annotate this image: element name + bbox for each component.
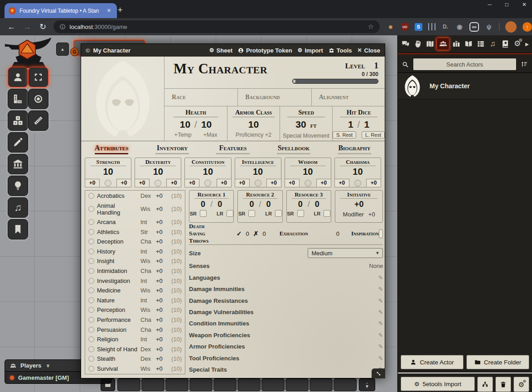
tuning-fork-extension[interactable]: ψ [485, 23, 493, 31]
level-value[interactable]: 1 [374, 61, 379, 71]
ability-score[interactable]: 10 [85, 166, 131, 177]
ability-score[interactable]: 10 [285, 166, 331, 177]
sidebar-tab-chat[interactable] [399, 35, 411, 53]
ability-check-mod[interactable]: +0 [316, 179, 331, 187]
macro-slot[interactable] [117, 378, 140, 391]
Athletics[interactable]: Athletics Str +0 (10) [88, 229, 182, 235]
resource-label[interactable]: Resource 1 [194, 191, 228, 199]
create-actor-button[interactable]: Create Actor [401, 355, 464, 369]
ability-save-mod[interactable]: +0 [184, 179, 199, 187]
Medicine[interactable]: Medicine Wis +0 (10) [88, 287, 182, 294]
ability-check-mod[interactable]: +0 [217, 179, 232, 187]
skill-proficiency-radio[interactable] [88, 206, 94, 212]
sidebar-tab-items[interactable] [450, 35, 462, 53]
skill-proficiency-radio[interactable] [88, 327, 94, 333]
macro-slot[interactable] [334, 378, 357, 391]
detail-field[interactable]: Alignment [312, 89, 385, 106]
edit-icon[interactable]: ✎ [378, 274, 383, 281]
window-close-button[interactable]: ✕ [522, 1, 527, 8]
hp-current[interactable]: 10 [180, 120, 190, 129]
macro-slot[interactable] [141, 378, 164, 391]
profile-avatar[interactable] [505, 21, 517, 33]
sr-checkbox[interactable] [297, 210, 304, 217]
5etools-import-button[interactable]: ⚙ 5etools Import [401, 377, 475, 391]
skill-proficiency-radio[interactable] [88, 268, 94, 274]
skill-proficiency-radio[interactable] [88, 219, 94, 225]
sidebar-tab-playlists[interactable]: ♫ [487, 35, 499, 53]
macro-slot[interactable] [237, 378, 261, 391]
edit-icon[interactable]: ✎ [378, 297, 383, 304]
temp-hp-field[interactable]: +Temp [174, 132, 192, 138]
sidebar-tab-compendium[interactable] [499, 35, 511, 53]
window-minimize-button[interactable]: ─ [488, 1, 492, 8]
skill-proficiency-radio[interactable] [88, 336, 94, 342]
delete-button[interactable] [495, 377, 511, 392]
edit-icon[interactable]: ✎ [378, 355, 383, 362]
sidebar-tab-journal[interactable] [462, 35, 474, 53]
proficiency-radio[interactable] [255, 180, 261, 186]
ability-score[interactable]: 10 [235, 166, 281, 177]
sort-icon[interactable] [521, 61, 528, 68]
character-name[interactable]: My Character [174, 61, 292, 77]
Deception[interactable]: Deception Cha +0 (10) [88, 238, 182, 245]
lens-extension[interactable]: ◉ [455, 23, 464, 31]
address-bar[interactable]: localhost:30000/game ☆ [53, 20, 380, 33]
Investigation[interactable]: Investigation Int +0 (10) [88, 277, 182, 284]
tab-spellbook[interactable]: Spellbook [263, 144, 324, 154]
sidebar-tab-settings[interactable]: ⚙⚙ [511, 35, 523, 53]
Insight[interactable]: Insight Wis +0 (10) [88, 258, 182, 264]
extensions-divider[interactable] [499, 23, 499, 31]
size-select[interactable]: Medium▼ [308, 248, 383, 258]
skill-proficiency-radio[interactable] [88, 356, 94, 362]
actor-avatar[interactable] [401, 75, 424, 97]
edit-icon[interactable]: ✎ [378, 309, 383, 316]
Survival[interactable]: Survival Wis +0 (10) [88, 365, 182, 372]
ability-check-mod[interactable]: +0 [266, 179, 281, 187]
Performance[interactable]: Performance Cha +0 (10) [88, 316, 182, 323]
lr-checkbox[interactable] [275, 210, 282, 217]
skill-proficiency-radio[interactable] [88, 287, 94, 293]
ability-save-mod[interactable]: +0 [135, 179, 150, 187]
ability-score[interactable]: 10 [135, 166, 181, 177]
drawing-controls-button[interactable] [8, 132, 28, 153]
lr-checkbox[interactable] [324, 210, 330, 217]
browser-tab[interactable]: Foundry Virtual Tabletop • A Stan ✕ [5, 3, 117, 18]
ability-save-mod[interactable]: +0 [235, 179, 250, 187]
darkreader-extension[interactable]: D. [441, 23, 450, 31]
tab-inventory[interactable]: Inventory [142, 144, 203, 154]
temp-max-field[interactable]: +Max [203, 132, 217, 138]
bookmark-star-icon[interactable]: ☆ [368, 23, 374, 31]
macro-slot[interactable] [213, 378, 237, 391]
special-movement-link[interactable]: Special Movement [283, 133, 329, 139]
folder-tree-button[interactable] [477, 377, 493, 392]
proficiency-radio[interactable] [155, 180, 161, 186]
token-controls-button[interactable] [8, 67, 28, 87]
Animal Handling[interactable]: Animal Handling Wis +0 (10) [88, 202, 182, 216]
update-chrome-button[interactable]: ↑ [522, 22, 532, 32]
character-portrait[interactable] [81, 57, 164, 141]
skill-proficiency-radio[interactable] [88, 297, 94, 303]
edit-icon[interactable]: ✎ [378, 286, 383, 292]
sliders-extension[interactable] [428, 23, 435, 30]
ability-save-mod[interactable]: +0 [285, 179, 300, 187]
skill-proficiency-radio[interactable] [88, 317, 94, 323]
initiative-value[interactable]: +0 [354, 199, 364, 210]
measure-controls-button[interactable] [8, 89, 28, 109]
window-resize-handle[interactable] [372, 368, 385, 378]
reload-button[interactable]: ↻ [39, 22, 48, 32]
ability-check-mod[interactable]: +0 [116, 179, 131, 187]
edit-icon[interactable]: ✎ [378, 343, 383, 350]
tile-controls-button[interactable] [8, 110, 28, 131]
site-info-icon[interactable] [59, 24, 66, 30]
note-controls-button[interactable] [8, 219, 28, 239]
resource-label[interactable]: Resource 2 [243, 191, 277, 199]
History[interactable]: History Int +0 (10) [88, 248, 182, 255]
ability-score[interactable]: 10 [335, 166, 381, 177]
speed-value[interactable]: 30 [295, 120, 306, 129]
detail-field[interactable]: Background [238, 89, 311, 106]
macro-slot[interactable] [189, 378, 213, 391]
document-id-icon[interactable]: © [86, 47, 90, 54]
short-rest-button[interactable]: S. Rest [333, 131, 356, 139]
sr-checkbox[interactable] [248, 210, 255, 217]
tab-biography[interactable]: Biography [324, 144, 385, 154]
